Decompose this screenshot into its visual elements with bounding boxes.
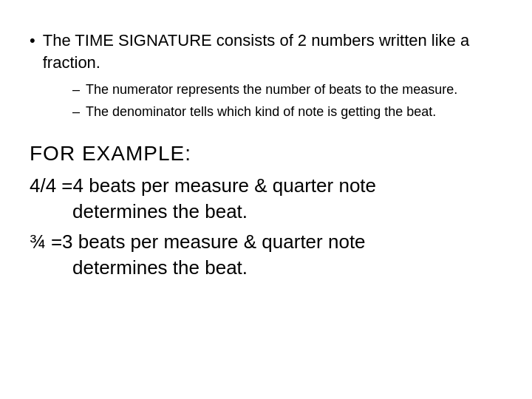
sub-bullet-1-text: The numerator represents the number of b…	[86, 81, 457, 99]
example-2-row: ¾ = 3 beats per measure & quarter note d…	[30, 229, 495, 281]
main-bullet: • The TIME SIGNATURE consists of 2 numbe…	[30, 30, 495, 73]
example-1-row: 4/4 = 4 beats per measure & quarter note…	[30, 173, 495, 225]
sub-bullet-1: – The numerator represents the number of…	[72, 81, 495, 99]
example-1-fraction: 4/4 =	[30, 173, 73, 199]
for-example-label: FOR EXAMPLE:	[30, 142, 495, 166]
sub-bullet-2-text: The denominator tells which kind of note…	[86, 103, 436, 121]
sub-bullet-1-dash: –	[72, 81, 80, 99]
example-1-second-line: determines the beat.	[72, 199, 376, 225]
example-2-first-line: ¾ = 3 beats per measure & quarter note	[30, 229, 366, 255]
example-2-desc-1: 3 beats per measure & quarter note	[62, 229, 365, 255]
sub-bullet-2: – The denominator tells which kind of no…	[72, 103, 495, 121]
sub-bullet-2-dash: –	[72, 103, 80, 121]
slide-content: • The TIME SIGNATURE consists of 2 numbe…	[0, 0, 532, 399]
bullet-dot: •	[30, 31, 35, 50]
example-1-block: 4/4 = 4 beats per measure & quarter note…	[30, 173, 376, 225]
sub-bullets: – The numerator represents the number of…	[72, 81, 495, 123]
example-2-desc-2: determines the beat.	[72, 256, 248, 279]
example-2-fraction: ¾ =	[30, 229, 62, 255]
example-1-desc-2: determines the beat.	[72, 200, 248, 222]
example-1-first-line: 4/4 = 4 beats per measure & quarter note	[30, 173, 376, 199]
example-2-second-line: determines the beat.	[72, 255, 366, 281]
example-2-block: ¾ = 3 beats per measure & quarter note d…	[30, 229, 366, 281]
example-1-desc-1: 4 beats per measure & quarter note	[73, 173, 376, 199]
for-example-section: FOR EXAMPLE: 4/4 = 4 beats per measure &…	[30, 142, 495, 285]
main-bullet-text: The TIME SIGNATURE consists of 2 numbers…	[43, 30, 495, 73]
